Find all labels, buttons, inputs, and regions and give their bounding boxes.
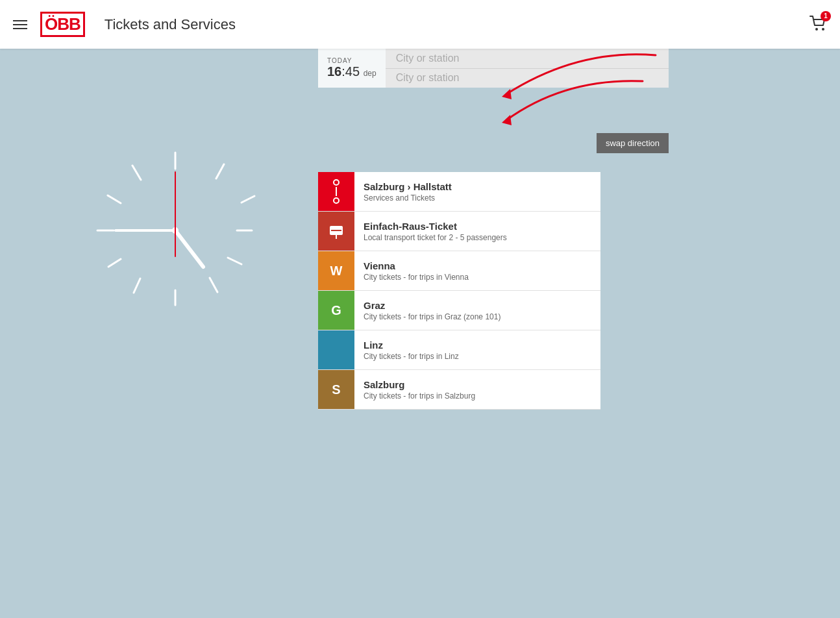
obb-logo[interactable]: ÖBB — [40, 12, 88, 37]
search-box: TODAY 16:45 dep — [318, 49, 669, 88]
svg-marker-14 — [502, 89, 512, 99]
sign-icon — [327, 222, 345, 240]
svg-marker-15 — [502, 115, 512, 125]
svg-line-7 — [210, 278, 217, 292]
suggestion-icon-salzburg: S — [318, 370, 354, 409]
vienna-letter: W — [330, 264, 343, 278]
to-row[interactable] — [386, 69, 669, 88]
time-column: TODAY 16:45 dep — [318, 49, 386, 88]
time-minute: 45 — [345, 64, 360, 79]
page-title: Tickets and Services — [105, 16, 236, 33]
svg-line-10 — [108, 259, 121, 267]
list-item[interactable]: G Graz City tickets - for trips in Graz … — [318, 291, 600, 330]
suggestion-text: Linz City tickets - for trips in Linz — [354, 333, 468, 367]
graz-letter: G — [331, 303, 341, 318]
obb-logo-text: ÖBB — [45, 14, 80, 34]
svg-line-4 — [241, 196, 254, 203]
time-hour: 16 — [327, 64, 341, 79]
header: ÖBB Tickets and Services 1 — [0, 0, 840, 49]
suggestion-title: Vienna — [364, 260, 469, 271]
suggestion-subtitle: City tickets - for trips in Salzburg — [364, 391, 475, 401]
svg-line-6 — [228, 258, 241, 264]
from-input[interactable] — [396, 53, 658, 64]
suggestion-title: Salzburg — [364, 379, 475, 390]
train-line — [336, 187, 337, 196]
suggestion-title: Linz — [364, 340, 459, 351]
hour-hand — [175, 230, 203, 267]
list-item[interactable]: Einfach-Raus-Ticket Local transport tick… — [318, 212, 600, 251]
from-row[interactable] — [386, 49, 669, 69]
suggestion-subtitle: Services and Tickets — [364, 193, 452, 203]
header-left: ÖBB Tickets and Services — [13, 12, 236, 37]
menu-button[interactable] — [13, 20, 27, 29]
search-rows — [386, 49, 669, 88]
suggestion-list: Salzburg › Hallstatt Services and Ticket… — [318, 172, 600, 410]
svg-line-13 — [132, 166, 141, 180]
suggestion-title: Salzburg › Hallstatt — [364, 181, 452, 192]
train-route-icon — [333, 179, 340, 204]
suggestion-subtitle: City tickets - for trips in Linz — [364, 352, 459, 361]
to-input[interactable] — [396, 72, 658, 84]
suggestion-subtitle: City tickets - for trips in Vienna — [364, 273, 469, 282]
suggestion-subtitle: Local transport ticket for 2 - 5 passeng… — [364, 233, 507, 242]
suggestion-text: Graz City tickets - for trips in Graz (z… — [354, 293, 510, 328]
suggestion-icon-train — [318, 172, 354, 211]
time-display: 16:45 dep — [327, 64, 377, 79]
svg-point-0 — [815, 28, 818, 31]
swap-direction-button[interactable]: swap direction — [597, 133, 669, 153]
list-item[interactable]: S Salzburg City tickets - for trips in S… — [318, 370, 600, 410]
main-content: TODAY 16:45 dep swap direction — [0, 49, 840, 618]
suggestion-text: Vienna City tickets - for trips in Vienn… — [354, 254, 478, 288]
cart-button[interactable]: 1 — [809, 15, 827, 34]
suggestion-text: Salzburg › Hallstatt Services and Ticket… — [354, 175, 461, 209]
svg-line-9 — [134, 278, 140, 293]
suggestion-subtitle: City tickets - for trips in Graz (zone 1… — [364, 312, 500, 321]
suggestion-icon-sign — [318, 212, 354, 251]
suggestion-icon-graz: G — [318, 291, 354, 330]
search-area: TODAY 16:45 dep swap direction — [318, 49, 669, 88]
suggestion-title: Graz — [364, 300, 500, 311]
svg-line-3 — [216, 164, 224, 179]
suggestion-title: Einfach-Raus-Ticket — [364, 221, 507, 232]
train-dot-top — [333, 179, 340, 186]
svg-point-1 — [822, 28, 824, 31]
cart-badge: 1 — [821, 11, 831, 21]
suggestion-text: Einfach-Raus-Ticket Local transport tick… — [354, 214, 516, 249]
suggestion-icon-vienna: W — [318, 251, 354, 290]
list-item[interactable]: W Vienna City tickets - for trips in Vie… — [318, 251, 600, 291]
train-dot-bottom — [333, 197, 340, 204]
clock-container — [78, 133, 273, 328]
dep-label: dep — [364, 69, 377, 78]
svg-line-12 — [108, 195, 121, 203]
salzburg-letter: S — [332, 382, 340, 397]
list-item[interactable]: Linz City tickets - for trips in Linz — [318, 330, 600, 370]
today-label: TODAY — [327, 57, 377, 64]
list-item[interactable]: Salzburg › Hallstatt Services and Ticket… — [318, 172, 600, 212]
obb-logo-frame: ÖBB — [40, 12, 85, 37]
suggestion-text: Salzburg City tickets - for trips in Sal… — [354, 373, 484, 407]
clock — [78, 133, 273, 328]
suggestion-icon-linz — [318, 330, 354, 369]
